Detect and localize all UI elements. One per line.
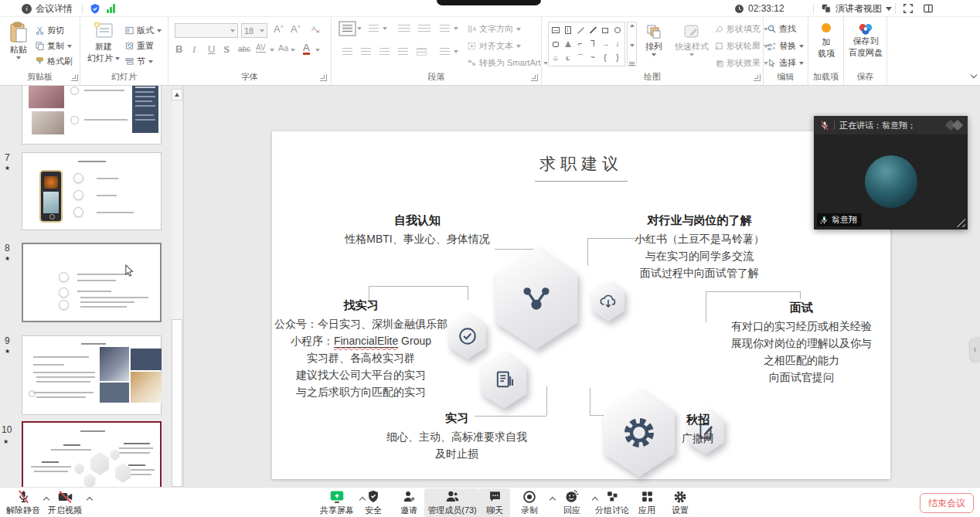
shape-line-icon[interactable] bbox=[575, 25, 587, 36]
security-shield-icon[interactable] bbox=[90, 3, 100, 15]
hexagon-cloud[interactable] bbox=[590, 281, 626, 321]
select-button[interactable]: 选择 bbox=[767, 57, 804, 69]
meeting-details-button[interactable]: i 会议详情 bbox=[22, 0, 73, 17]
shape-rectangle-icon[interactable] bbox=[600, 25, 611, 36]
hexagon-document[interactable] bbox=[479, 352, 529, 409]
drawing-dialog-launcher-icon[interactable] bbox=[754, 74, 761, 81]
align-text-button[interactable]: 对齐文本 bbox=[468, 40, 521, 52]
bold-button[interactable]: B bbox=[175, 43, 182, 55]
shape-vertical-textbox-icon[interactable] bbox=[563, 25, 574, 36]
breakout-rooms-button[interactable]: 分组讨论 bbox=[590, 489, 634, 516]
shape-oval-icon[interactable] bbox=[612, 25, 624, 36]
arrange-button[interactable]: 排列 bbox=[641, 23, 667, 56]
reactions-button[interactable]: 回应 bbox=[555, 489, 589, 516]
font-color-button[interactable]: A bbox=[303, 43, 310, 55]
quick-styles-button[interactable]: 快速样式 bbox=[672, 23, 712, 56]
settings-button[interactable]: 设置 bbox=[663, 489, 697, 516]
font-name-combobox[interactable] bbox=[175, 23, 238, 38]
shape-elbow-icon[interactable]: ⌐ bbox=[575, 39, 587, 49]
end-meeting-button[interactable]: 结束会议 bbox=[920, 493, 974, 513]
convert-smartart-button[interactable]: 转换为 SmartArt bbox=[468, 57, 548, 69]
invite-button[interactable]: 邀请 bbox=[392, 489, 426, 516]
slide-thumbnail-8-selected[interactable] bbox=[22, 243, 162, 322]
numbering-button[interactable] bbox=[369, 25, 379, 32]
thumbnail-scroll-up-button[interactable] bbox=[172, 89, 182, 100]
italic-button[interactable]: I bbox=[192, 43, 196, 56]
share-screen-button[interactable]: 共享屏幕 bbox=[316, 489, 358, 516]
shape-brace-right-icon[interactable]: } bbox=[612, 53, 624, 63]
cut-button[interactable]: 剪切 bbox=[36, 25, 64, 36]
slide-thumbnail-9[interactable] bbox=[22, 335, 162, 415]
shrink-font-button[interactable]: A˅ bbox=[291, 23, 301, 35]
layout-button[interactable]: 版式 bbox=[125, 25, 162, 36]
slide-canvas[interactable]: 求职建议 bbox=[272, 131, 890, 479]
align-center-button[interactable] bbox=[361, 48, 371, 56]
camera-options-chevron[interactable] bbox=[87, 496, 93, 502]
shape-gallery-scrollbar[interactable] bbox=[627, 22, 637, 66]
network-signal-icon[interactable] bbox=[107, 4, 115, 13]
shape-scribble-icon[interactable]: ૮ bbox=[563, 53, 574, 63]
resize-handle[interactable] bbox=[956, 218, 965, 227]
increase-indent-button[interactable] bbox=[418, 25, 430, 32]
change-case-button[interactable]: Aa bbox=[278, 43, 288, 53]
shape-arrow-right-icon[interactable]: → bbox=[600, 39, 611, 49]
security-button[interactable]: 安全 bbox=[356, 489, 390, 516]
replace-button[interactable]: abac 替换 bbox=[767, 40, 804, 52]
textbox-self-knowledge[interactable]: 自我认知 性格MBTI、事业心、身体情况 bbox=[345, 212, 489, 247]
shape-brace-left-icon[interactable]: { bbox=[600, 53, 611, 63]
clipboard-dialog-launcher-icon[interactable] bbox=[71, 74, 78, 81]
textbox-interview[interactable]: 面试 有对口的实习经历或相关经验 展现你对岗位的理解以及你与 之相匹配的能力 向… bbox=[713, 299, 890, 386]
thumbnail-scrollbar-thumb[interactable] bbox=[172, 319, 182, 487]
chat-button[interactable]: 聊天 bbox=[479, 488, 510, 517]
shape-arrow-line-icon[interactable] bbox=[587, 25, 599, 36]
shape-gallery[interactable]: ⌐ Ꞁ → ↓ ⌂ ૮ ⌒ ~ { } bbox=[548, 22, 625, 66]
strikethrough-button[interactable]: abc bbox=[238, 45, 250, 53]
manage-members-button[interactable]: 管理成员(73) bbox=[424, 488, 480, 517]
shape-effects-button[interactable]: 形状效果 bbox=[715, 57, 768, 69]
justify-button[interactable] bbox=[398, 48, 408, 56]
format-painter-button[interactable]: 格式刷 bbox=[36, 56, 73, 67]
view-mode-dropdown[interactable]: 演讲者视图 bbox=[821, 0, 892, 17]
shape-textbox-icon[interactable] bbox=[550, 25, 562, 36]
addins-button[interactable]: 加 载项 bbox=[814, 23, 839, 59]
textbox-internship[interactable]: 实习 细心、主动、高标准要求自我 及时止损 bbox=[386, 410, 527, 462]
shape-rounded-rect-icon[interactable] bbox=[550, 39, 562, 49]
unmute-button[interactable]: 解除静音 bbox=[5, 489, 42, 516]
copy-button[interactable]: 复制 bbox=[36, 40, 72, 52]
fullscreen-icon[interactable] bbox=[903, 3, 914, 14]
new-slide-button[interactable]: 新建 幻灯片 bbox=[87, 22, 121, 63]
find-button[interactable]: 查找 bbox=[767, 23, 796, 35]
start-video-button[interactable]: 开启视频 bbox=[46, 489, 83, 516]
collapse-ribbon-chevron[interactable] bbox=[971, 73, 977, 79]
distributed-button[interactable] bbox=[417, 48, 427, 56]
bullets-button[interactable] bbox=[342, 25, 352, 32]
textbox-autumn-recruit[interactable]: 秋招 广撒网 bbox=[682, 411, 714, 447]
shape-elbow2-icon[interactable]: Ꞁ bbox=[587, 39, 599, 49]
save-to-baidu-button[interactable]: 保存到 百度网盘 bbox=[848, 23, 883, 58]
slide-title[interactable]: 求职建议 bbox=[535, 153, 628, 182]
font-dialog-launcher-icon[interactable] bbox=[320, 74, 327, 81]
shape-outline-button[interactable]: 形状轮廓 bbox=[715, 40, 768, 52]
section-button[interactable]: 节 bbox=[125, 56, 153, 67]
shape-arc-icon[interactable]: ⌒ bbox=[575, 53, 587, 63]
text-direction-button[interactable]: A 文字方向 bbox=[468, 23, 521, 35]
underline-button[interactable]: U bbox=[208, 43, 215, 55]
slide-thumbnail-7[interactable] bbox=[22, 152, 162, 230]
shape-curve-icon[interactable]: ~ bbox=[587, 53, 599, 63]
textbox-find-internship[interactable]: 找实习 公众号：今日实习、深圳金融俱乐部 小程序：FinancialElite … bbox=[274, 297, 447, 400]
char-spacing-button[interactable]: AV bbox=[256, 43, 266, 53]
speaker-video-overlay[interactable]: 正在讲话：翁意翔； 翁意翔 bbox=[814, 116, 968, 230]
reset-button[interactable]: 重置 bbox=[125, 40, 154, 52]
font-size-combobox[interactable]: 18 bbox=[241, 23, 267, 38]
side-by-side-layout-icon[interactable] bbox=[923, 3, 934, 14]
paragraph-dialog-launcher-icon[interactable] bbox=[531, 74, 538, 81]
clear-formatting-icon[interactable]: A bbox=[311, 24, 321, 34]
panel-collapse-tab[interactable]: ‹ bbox=[970, 337, 980, 362]
shadow-button[interactable]: S bbox=[223, 43, 229, 56]
align-right-button[interactable] bbox=[379, 48, 390, 56]
align-left-button[interactable] bbox=[342, 48, 352, 56]
hexagon-share[interactable] bbox=[492, 247, 581, 349]
grow-font-button[interactable]: A˄ bbox=[274, 23, 284, 35]
slide-thumbnail-6[interactable] bbox=[22, 80, 162, 145]
hexagon-gear[interactable] bbox=[601, 389, 678, 477]
